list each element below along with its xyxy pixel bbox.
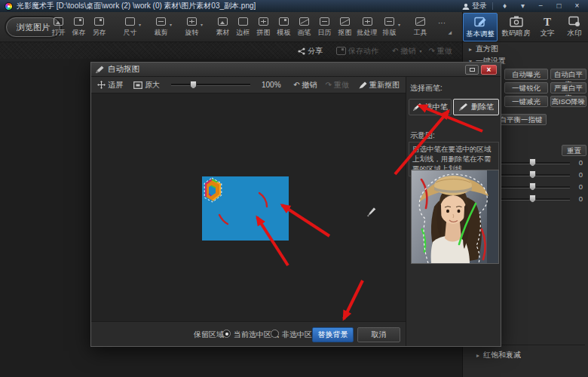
slider-thumb[interactable] (529, 182, 536, 191)
save-as-icon (94, 17, 104, 26)
brush-panel: 选择画笔: 选中笔 删除笔 示意图: 用选中笔在要选中的区域上划线，用删除笔在不… (406, 77, 501, 346)
toolbar-more-button[interactable]: ··· ◢ (438, 19, 446, 27)
resize-icon (125, 17, 135, 26)
menu-chevron-button[interactable]: ▾ (516, 2, 529, 11)
zoom-value: 100% (262, 81, 281, 89)
login-label: 登录 (472, 1, 487, 11)
tab-digital-darkroom[interactable]: 数码暗房 (498, 12, 534, 42)
dropdown-arrow-icon: ▾ (170, 22, 172, 27)
corner-expand-icon: ◢ (448, 29, 452, 35)
original-size-button[interactable]: 原大 (133, 80, 160, 90)
original-size-icon (133, 81, 142, 89)
toolbar-item-resize[interactable]: 尺寸 ▾ (120, 15, 140, 41)
replace-background-button[interactable]: 替换背景 (312, 327, 354, 342)
toolbar-item-collage[interactable]: 拼图 (253, 15, 274, 41)
share-icon (298, 48, 305, 55)
toolbar-item-batch[interactable]: 批处理 (355, 15, 379, 41)
maximize-button[interactable]: □ (553, 2, 565, 11)
skin-button[interactable]: ♦ (498, 2, 511, 11)
minimize-button[interactable]: − (534, 2, 547, 11)
save-action-button[interactable]: 保存动作 (336, 46, 378, 57)
delete-pen-button[interactable]: 删除笔 (453, 99, 499, 115)
slider-thumb[interactable] (529, 158, 536, 167)
toolbar-item-save[interactable]: 保存 (69, 15, 89, 41)
cutout-canvas[interactable] (91, 93, 406, 321)
slider-value: 0 (579, 170, 583, 179)
camera-icon (510, 16, 523, 27)
toolbar-item-calendar[interactable]: 日历 (314, 15, 335, 41)
collapsed-arrow-icon: ▸ (469, 46, 472, 53)
border-icon (238, 17, 248, 26)
toolbar-item-open[interactable]: 打开 (48, 15, 69, 41)
dropdown-arrow-icon: ▾ (398, 22, 400, 27)
zoom-slider-thumb[interactable] (190, 81, 197, 89)
titlebar: 光影魔术手 [D:\tools\桌面\work (2) \work (0) 素材… (0, 0, 588, 12)
collapsed-arrow-icon: ▸ (476, 352, 479, 359)
toolbar-item-template[interactable]: 模板 (274, 15, 294, 41)
toolbar-item-tools[interactable]: 工具 (410, 15, 430, 41)
select-pen-button[interactable]: 选中笔 (409, 99, 452, 115)
share-button[interactable]: 分享 (298, 46, 323, 57)
toolbar-item-crop[interactable]: 裁剪 ▾ (151, 15, 171, 41)
action-bar: 分享 保存动作 ↶ 撤销 ▾ ↷ 重做 ↻ 还原 (0, 43, 462, 59)
toolbar-item-cutout[interactable]: 抠图 (335, 15, 355, 41)
dialog-undo-button[interactable]: ↶ 撤销 (293, 80, 317, 90)
dropdown-arrow-icon: ▾ (419, 48, 421, 54)
brush-icon (299, 17, 309, 26)
login-button[interactable]: 登录 (462, 1, 487, 11)
dialog-maximize-button[interactable] (465, 65, 479, 75)
working-image[interactable] (202, 176, 289, 241)
radio-not-selected-region[interactable] (271, 329, 279, 338)
redo-icon: ↷ (428, 47, 434, 55)
redo-icon: ↷ (326, 81, 332, 89)
strict-white-balance-button[interactable]: 严重白平衡 (550, 82, 586, 93)
divider (492, 2, 493, 10)
basic-adjust-icon (474, 16, 487, 28)
toolbar-item-brush[interactable]: 画笔 (294, 15, 314, 41)
reset-button[interactable]: 重置 (562, 145, 586, 156)
onekey-dim-button[interactable]: 一键减光 (504, 96, 548, 107)
delete-pen-strokes (202, 176, 289, 241)
zoom-slider-track[interactable] (171, 84, 250, 86)
delete-pen-icon (458, 103, 468, 112)
onekey-sharpen-button[interactable]: 一键锐化 (504, 82, 548, 93)
tab-text[interactable]: T 文字 (534, 12, 560, 42)
cancel-button[interactable]: 取消 (357, 327, 400, 342)
dialog-bottom-bar: 保留区域: 当前选中区域 非选中区域 替换背景 取消 (91, 321, 406, 346)
red-saturation-section-header[interactable]: ▸ 红饱和衰减 (476, 350, 521, 360)
toolbar-item-material[interactable]: 素材 (213, 15, 233, 41)
undo-button[interactable]: ↶ 撤销 ▾ (392, 46, 421, 57)
tab-basic-adjust[interactable]: 基本调整 (463, 13, 498, 41)
slider-thumb[interactable] (529, 170, 536, 179)
radio-current-selected-region[interactable] (222, 329, 231, 338)
histogram-section-header[interactable]: ▸ 直方图 (469, 44, 498, 54)
text-tool-icon: T (544, 17, 551, 27)
main-toolbar: 浏览图片 打开 保存 另存 尺寸 ▾ 裁剪 ▾ (0, 12, 462, 42)
auto-white-balance-button[interactable]: 自动白平衡 (550, 69, 586, 80)
cutout-pen-icon (95, 66, 104, 74)
dialog-close-button[interactable]: × (481, 65, 497, 75)
fit-screen-button[interactable]: 适屏 (97, 80, 123, 90)
tab-watermark[interactable]: 水印 (560, 12, 588, 42)
toolbar-item-layout[interactable]: 排版 ▾ (379, 15, 400, 41)
dialog-titlebar[interactable]: 自动抠图 × (91, 63, 501, 77)
close-button[interactable]: × (571, 2, 583, 11)
auto-exposure-button[interactable]: 自动曝光 (504, 69, 548, 80)
recut-pen-icon (359, 81, 367, 89)
dialog-redo-button[interactable]: ↷ 重做 (326, 80, 349, 90)
toolbar-item-rotate[interactable]: 旋转 ▾ (182, 15, 202, 41)
slider-value: 0 (579, 182, 583, 191)
titlebar-controls: 登录 ♦ ▾ − □ × (462, 1, 583, 11)
high-iso-denoise-button[interactable]: 高ISO降噪 (550, 96, 586, 107)
user-icon (462, 3, 470, 10)
rotate-icon (187, 17, 197, 26)
slider-value: 0 (579, 158, 583, 167)
demo-sample-image (412, 170, 498, 263)
toolbar-item-border[interactable]: 边框 (233, 15, 253, 41)
slider-thumb[interactable] (529, 195, 536, 203)
redo-button[interactable]: ↷ 重做 (428, 46, 452, 57)
demo-section-label: 示意图: (410, 130, 435, 141)
toolbar-item-save-as[interactable]: 另存 (89, 15, 109, 41)
white-balance-onekey-button[interactable]: 白平衡一指键 (495, 114, 547, 125)
recut-button[interactable]: 重新抠图 (359, 80, 400, 90)
